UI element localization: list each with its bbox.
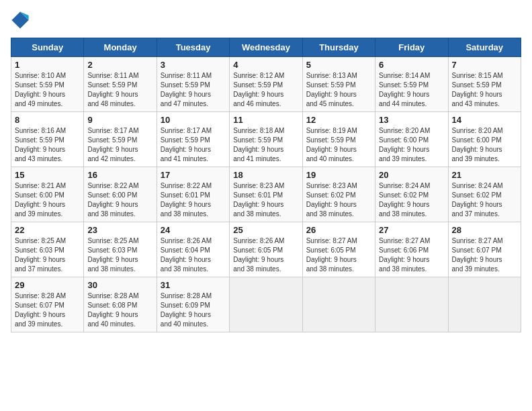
day-number: 28 <box>452 225 517 235</box>
day-cell-2: 2Sunrise: 8:11 AMSunset: 5:59 PMDaylight… <box>84 57 157 112</box>
day-info: Sunrise: 8:28 AMSunset: 6:07 PMDaylight:… <box>15 291 80 329</box>
day-cell-6: 6Sunrise: 8:14 AMSunset: 5:59 PMDaylight… <box>375 57 448 112</box>
day-cell-12: 12Sunrise: 8:19 AMSunset: 5:59 PMDayligh… <box>302 112 375 167</box>
day-cell-30: 30Sunrise: 8:28 AMSunset: 6:08 PMDayligh… <box>84 277 157 332</box>
calendar-week-4: 22Sunrise: 8:25 AMSunset: 6:03 PMDayligh… <box>11 222 521 277</box>
day-cell-25: 25Sunrise: 8:26 AMSunset: 6:05 PMDayligh… <box>230 222 302 277</box>
day-cell-23: 23Sunrise: 8:25 AMSunset: 6:03 PMDayligh… <box>84 222 157 277</box>
header-day-wednesday: Wednesday <box>230 38 302 57</box>
empty-cell <box>302 277 375 332</box>
calendar-table: SundayMondayTuesdayWednesdayThursdayFrid… <box>11 38 521 332</box>
day-number: 8 <box>15 115 80 125</box>
svg-marker-0 <box>11 11 28 28</box>
header-day-friday: Friday <box>375 38 448 57</box>
day-cell-14: 14Sunrise: 8:20 AMSunset: 6:00 PMDayligh… <box>448 112 521 167</box>
day-info: Sunrise: 8:12 AMSunset: 5:59 PMDaylight:… <box>233 71 298 109</box>
day-cell-26: 26Sunrise: 8:27 AMSunset: 6:05 PMDayligh… <box>302 222 375 277</box>
day-number: 31 <box>161 280 226 290</box>
day-info: Sunrise: 8:28 AMSunset: 6:09 PMDaylight:… <box>161 291 226 329</box>
day-number: 9 <box>87 115 152 125</box>
day-cell-22: 22Sunrise: 8:25 AMSunset: 6:03 PMDayligh… <box>11 222 84 277</box>
calendar-week-5: 29Sunrise: 8:28 AMSunset: 6:07 PMDayligh… <box>11 277 521 332</box>
day-info: Sunrise: 8:11 AMSunset: 5:59 PMDaylight:… <box>87 71 152 109</box>
day-cell-20: 20Sunrise: 8:24 AMSunset: 6:02 PMDayligh… <box>375 167 448 222</box>
calendar-header-row: SundayMondayTuesdayWednesdayThursdayFrid… <box>11 38 521 57</box>
day-number: 13 <box>379 115 444 125</box>
day-cell-13: 13Sunrise: 8:20 AMSunset: 6:00 PMDayligh… <box>375 112 448 167</box>
day-cell-31: 31Sunrise: 8:28 AMSunset: 6:09 PMDayligh… <box>157 277 229 332</box>
day-cell-28: 28Sunrise: 8:27 AMSunset: 6:07 PMDayligh… <box>448 222 521 277</box>
calendar-week-1: 1Sunrise: 8:10 AMSunset: 5:59 PMDaylight… <box>11 57 521 112</box>
day-info: Sunrise: 8:27 AMSunset: 6:07 PMDaylight:… <box>452 236 517 274</box>
calendar-week-2: 8Sunrise: 8:16 AMSunset: 5:59 PMDaylight… <box>11 112 521 167</box>
empty-cell <box>230 277 302 332</box>
day-cell-15: 15Sunrise: 8:21 AMSunset: 6:00 PMDayligh… <box>11 167 84 222</box>
day-cell-17: 17Sunrise: 8:22 AMSunset: 6:01 PMDayligh… <box>157 167 229 222</box>
day-info: Sunrise: 8:26 AMSunset: 6:05 PMDaylight:… <box>233 236 298 274</box>
day-info: Sunrise: 8:24 AMSunset: 6:02 PMDaylight:… <box>379 181 444 219</box>
day-number: 25 <box>233 225 298 235</box>
day-cell-5: 5Sunrise: 8:13 AMSunset: 5:59 PMDaylight… <box>302 57 375 112</box>
day-number: 7 <box>452 60 517 70</box>
day-info: Sunrise: 8:23 AMSunset: 6:01 PMDaylight:… <box>233 181 298 219</box>
day-info: Sunrise: 8:10 AMSunset: 5:59 PMDaylight:… <box>15 71 80 109</box>
empty-cell <box>448 277 521 332</box>
day-info: Sunrise: 8:18 AMSunset: 5:59 PMDaylight:… <box>233 126 298 164</box>
day-info: Sunrise: 8:20 AMSunset: 6:00 PMDaylight:… <box>452 126 517 164</box>
day-info: Sunrise: 8:11 AMSunset: 5:59 PMDaylight:… <box>161 71 226 109</box>
day-cell-21: 21Sunrise: 8:24 AMSunset: 6:02 PMDayligh… <box>448 167 521 222</box>
day-info: Sunrise: 8:17 AMSunset: 5:59 PMDaylight:… <box>87 126 152 164</box>
day-cell-1: 1Sunrise: 8:10 AMSunset: 5:59 PMDaylight… <box>11 57 84 112</box>
day-info: Sunrise: 8:17 AMSunset: 5:59 PMDaylight:… <box>161 126 226 164</box>
day-number: 2 <box>87 60 152 70</box>
day-info: Sunrise: 8:13 AMSunset: 5:59 PMDaylight:… <box>306 71 371 109</box>
day-cell-24: 24Sunrise: 8:26 AMSunset: 6:04 PMDayligh… <box>157 222 229 277</box>
day-info: Sunrise: 8:23 AMSunset: 6:02 PMDaylight:… <box>306 181 371 219</box>
day-info: Sunrise: 8:22 AMSunset: 6:00 PMDaylight:… <box>87 181 152 219</box>
day-number: 30 <box>87 280 152 290</box>
day-number: 23 <box>87 225 152 235</box>
day-number: 29 <box>15 280 80 290</box>
day-number: 4 <box>233 60 298 70</box>
day-info: Sunrise: 8:14 AMSunset: 5:59 PMDaylight:… <box>379 71 444 109</box>
day-info: Sunrise: 8:21 AMSunset: 6:00 PMDaylight:… <box>15 181 80 219</box>
day-cell-9: 9Sunrise: 8:17 AMSunset: 5:59 PMDaylight… <box>84 112 157 167</box>
day-info: Sunrise: 8:26 AMSunset: 6:04 PMDaylight:… <box>161 236 226 274</box>
day-cell-29: 29Sunrise: 8:28 AMSunset: 6:07 PMDayligh… <box>11 277 84 332</box>
day-info: Sunrise: 8:19 AMSunset: 5:59 PMDaylight:… <box>306 126 371 164</box>
empty-cell <box>375 277 448 332</box>
day-number: 22 <box>15 225 80 235</box>
day-number: 21 <box>452 170 517 180</box>
day-number: 3 <box>161 60 226 70</box>
day-info: Sunrise: 8:28 AMSunset: 6:08 PMDaylight:… <box>87 291 152 329</box>
day-number: 15 <box>15 170 80 180</box>
day-info: Sunrise: 8:24 AMSunset: 6:02 PMDaylight:… <box>452 181 517 219</box>
day-info: Sunrise: 8:25 AMSunset: 6:03 PMDaylight:… <box>87 236 152 274</box>
day-number: 20 <box>379 170 444 180</box>
day-info: Sunrise: 8:15 AMSunset: 5:59 PMDaylight:… <box>452 71 517 109</box>
header <box>11 11 521 30</box>
day-number: 12 <box>306 115 371 125</box>
day-number: 1 <box>15 60 80 70</box>
day-number: 19 <box>306 170 371 180</box>
day-number: 18 <box>233 170 298 180</box>
day-number: 26 <box>306 225 371 235</box>
day-cell-18: 18Sunrise: 8:23 AMSunset: 6:01 PMDayligh… <box>230 167 302 222</box>
day-cell-11: 11Sunrise: 8:18 AMSunset: 5:59 PMDayligh… <box>230 112 302 167</box>
header-day-thursday: Thursday <box>302 38 375 57</box>
day-cell-3: 3Sunrise: 8:11 AMSunset: 5:59 PMDaylight… <box>157 57 229 112</box>
logo <box>11 11 32 30</box>
day-cell-10: 10Sunrise: 8:17 AMSunset: 5:59 PMDayligh… <box>157 112 229 167</box>
day-number: 5 <box>306 60 371 70</box>
day-info: Sunrise: 8:16 AMSunset: 5:59 PMDaylight:… <box>15 126 80 164</box>
day-number: 11 <box>233 115 298 125</box>
day-info: Sunrise: 8:27 AMSunset: 6:05 PMDaylight:… <box>306 236 371 274</box>
day-cell-4: 4Sunrise: 8:12 AMSunset: 5:59 PMDaylight… <box>230 57 302 112</box>
day-info: Sunrise: 8:27 AMSunset: 6:06 PMDaylight:… <box>379 236 444 274</box>
header-day-tuesday: Tuesday <box>157 38 229 57</box>
day-cell-16: 16Sunrise: 8:22 AMSunset: 6:00 PMDayligh… <box>84 167 157 222</box>
day-number: 14 <box>452 115 517 125</box>
day-number: 10 <box>161 115 226 125</box>
day-cell-7: 7Sunrise: 8:15 AMSunset: 5:59 PMDaylight… <box>448 57 521 112</box>
day-info: Sunrise: 8:25 AMSunset: 6:03 PMDaylight:… <box>15 236 80 274</box>
